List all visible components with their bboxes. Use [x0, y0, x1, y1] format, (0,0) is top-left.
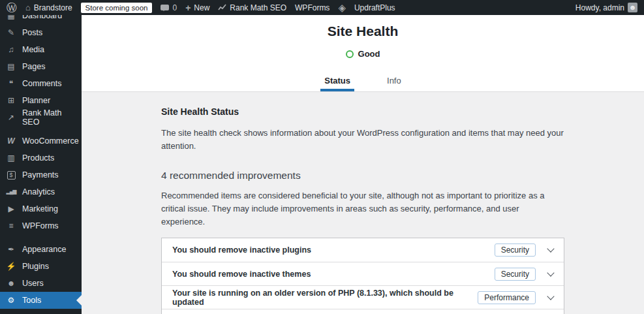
rank-math-menu[interactable]: Rank Math SEO [218, 3, 286, 12]
sidebar-item-tools[interactable]: ⚙ Tools [0, 292, 82, 309]
sidebar-item-label: WooCommerce [22, 136, 79, 146]
health-body: Site Health Status The site health check… [82, 92, 644, 314]
rankmath-icon: ↗ [5, 114, 17, 121]
sidebar-item-label: Posts [22, 28, 42, 37]
sidebar-item-label: Products [22, 153, 54, 163]
sidebar-item-label: Rank Math SEO [22, 108, 76, 127]
site-link[interactable]: ⌂ Brandstore [25, 3, 72, 12]
sidebar-item-marketing[interactable]: ▶ Marketing [0, 200, 82, 217]
sidebar-item-plugins[interactable]: ⚡ Plugins [0, 258, 82, 275]
store-coming-soon-badge[interactable]: Store coming soon [81, 3, 153, 13]
sidebar-item-planner[interactable]: ⊞ Planner [0, 92, 82, 109]
rank-math-label: Rank Math SEO [230, 3, 286, 12]
chevron-down-icon [547, 245, 554, 253]
sidebar-item-analytics[interactable]: ▂▄▆ Analytics [0, 183, 82, 200]
sidebar-item-pages[interactable]: ▤ Pages [0, 58, 82, 75]
marketing-icon: ▶ [5, 205, 17, 213]
sidebar-item-label: Users [22, 279, 44, 288]
wpforms-label: WPForms [295, 3, 330, 12]
howdy-text: Howdy, admin [575, 3, 624, 12]
sidebar-item-label: Appearance [22, 245, 66, 254]
sidebar-item-media[interactable]: ♫ Media [0, 41, 82, 58]
issues-accordion: You should remove inactive plugins Secur… [161, 238, 564, 314]
sidebar-item-payments[interactable]: $ Payments [0, 166, 82, 183]
site-name: Brandstore [34, 3, 72, 12]
issue-category-badge: Performance [478, 291, 536, 304]
sidebar-item-comments[interactable]: ❝ Comments [0, 75, 82, 92]
sidebar-item-label: Dashboard [22, 15, 62, 20]
sidebar-item-label: Pages [22, 62, 45, 71]
wordpress-logo-icon: Ⓦ [7, 3, 17, 13]
issue-row[interactable]: Your site is running on an older version… [162, 285, 564, 309]
updraft-label: UpdraftPlus [354, 3, 395, 12]
appearance-icon: ✒ [5, 245, 17, 253]
page-title: Site Health [82, 15, 644, 39]
sidebar-item-products[interactable]: ▥ Products [0, 149, 82, 166]
admin-bar-right: Howdy, admin ☻ [575, 3, 637, 12]
tools-icon: ⚙ [5, 296, 17, 304]
tab-status[interactable]: Status [320, 76, 354, 91]
plus-icon: + [185, 3, 191, 12]
health-status-label: Good [358, 49, 380, 59]
wpforms-menu[interactable]: WPForms [295, 3, 330, 12]
comments-link[interactable]: 0 [161, 3, 177, 12]
products-icon: ▥ [5, 154, 17, 162]
issue-row[interactable]: You should remove inactive plugins Secur… [162, 238, 564, 262]
sidebar-item-users[interactable]: ☻ Users [0, 275, 82, 292]
new-content-menu[interactable]: + New [185, 3, 209, 12]
users-icon: ☻ [5, 279, 17, 287]
updraft-diamond-icon: ◈ [338, 3, 346, 12]
issue-category-badge: Security [495, 243, 536, 257]
recommendations-title: 4 recommended improvements [161, 170, 564, 181]
comments-count: 0 [172, 3, 177, 12]
section-title: Site Health Status [161, 106, 564, 117]
sidebar-item-rank-math-seo[interactable]: ↗ Rank Math SEO [0, 109, 82, 126]
home-icon: ⌂ [25, 3, 31, 12]
comment-bubble-icon [161, 5, 169, 10]
sidebar-item-posts[interactable]: ✎ Posts [0, 24, 82, 41]
sidebar-item-label: Plugins [22, 262, 49, 271]
analytics-icon: ▂▄▆ [5, 189, 17, 195]
good-ring-icon [346, 50, 354, 58]
new-label: New [194, 3, 209, 12]
tab-info[interactable]: Info [383, 76, 405, 91]
issue-row[interactable]: You should remove inactive themes Securi… [162, 262, 564, 285]
dashboard-icon: ▦ [5, 15, 17, 20]
recommendations-description: Recommended items are considered benefic… [161, 189, 553, 228]
pages-icon: ▤ [5, 63, 17, 71]
wpforms-icon: ≡ [5, 222, 17, 230]
sidebar-item-dashboard[interactable]: ▦ Dashboard [0, 15, 82, 24]
sidebar-item-label: Comments [22, 79, 61, 88]
health-status-badge: Good [346, 49, 380, 59]
my-account-menu[interactable]: Howdy, admin ☻ [575, 3, 637, 12]
chevron-down-icon [547, 269, 554, 276]
sidebar-item-label: Planner [22, 96, 50, 105]
admin-sidebar: ▦ Dashboard ✎ Posts ♫ Media ▤ Pages ❝ Co… [0, 15, 82, 314]
site-health-header: Site Health Good Status Info [82, 15, 644, 92]
sidebar-item-woocommerce[interactable]: W WooCommerce [0, 133, 82, 149]
avatar: ☻ [628, 3, 637, 12]
sidebar-item-label: Analytics [22, 187, 55, 196]
sidebar-item-wpforms[interactable]: ≡ WPForms [0, 217, 82, 234]
issue-label: Your site is running on an older version… [172, 289, 478, 307]
sidebar-item-appearance[interactable]: ✒ Appearance [0, 241, 82, 258]
main-content: Site Health Good Status Info Site Health… [82, 15, 644, 314]
issue-row[interactable]: You should use a persistent object cache… [162, 309, 564, 314]
planner-icon: ⊞ [5, 97, 17, 104]
issue-label: You should remove inactive plugins [172, 245, 495, 255]
comments-icon: ❝ [5, 80, 17, 87]
issue-category-badge: Security [495, 268, 536, 281]
woocommerce-icon: W [5, 137, 17, 145]
posts-icon: ✎ [5, 29, 17, 37]
admin-bar-left: Ⓦ ⌂ Brandstore Store coming soon 0 + New… [7, 3, 395, 13]
health-tabs: Status Info [82, 76, 644, 91]
intro-text: The site health check shows information … [161, 127, 564, 152]
plugins-icon: ⚡ [5, 262, 17, 270]
sidebar-item-label: Media [22, 45, 44, 54]
wordpress-admin-screen: Ⓦ ⌂ Brandstore Store coming soon 0 + New… [0, 0, 644, 314]
chevron-down-icon [547, 292, 554, 300]
avatar-icon: ☻ [629, 4, 637, 11]
media-icon: ♫ [5, 46, 17, 54]
wordpress-menu[interactable]: Ⓦ [7, 3, 17, 13]
updraftplus-menu[interactable]: ◈ UpdraftPlus [338, 3, 395, 12]
